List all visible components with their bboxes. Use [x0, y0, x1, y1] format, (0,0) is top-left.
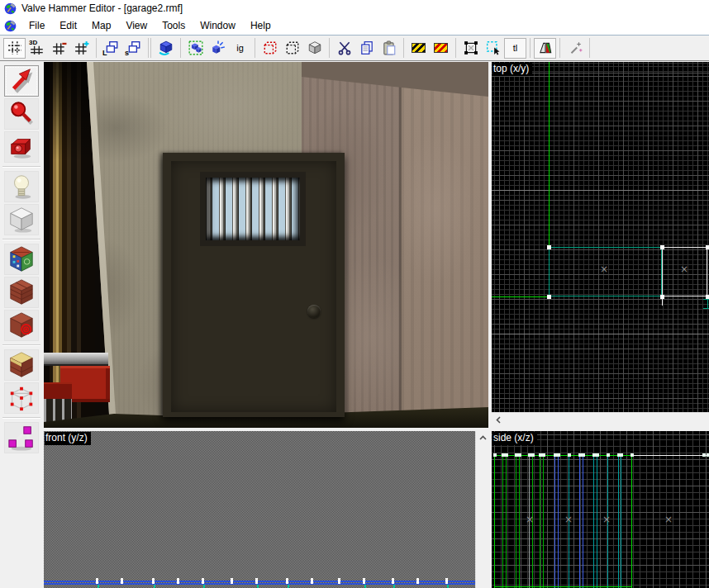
selection-handle: [531, 453, 535, 457]
brush-edge: [593, 455, 594, 588]
menu-edit[interactable]: Edit: [52, 17, 84, 34]
grid-icon: [7, 40, 22, 55]
door-frame: [163, 153, 345, 417]
texture-application-tool-button[interactable]: [4, 244, 39, 275]
show-all-button[interactable]: [303, 38, 326, 59]
brush-center-marker: ×: [664, 514, 673, 525]
right-wall-far: [401, 62, 488, 428]
toggle-grid-button[interactable]: [3, 38, 26, 59]
apply-texture-tool-button[interactable]: [4, 277, 39, 308]
toolbar-separator: [559, 38, 560, 58]
metal-beam: [44, 353, 108, 366]
axis-line: [492, 296, 549, 297]
major-gridline: [492, 190, 709, 191]
selection-handle: [416, 578, 419, 584]
vertex-tick: [257, 585, 259, 588]
copy-button[interactable]: [355, 38, 378, 59]
chevron-up-icon[interactable]: [477, 431, 490, 444]
cordon-edit-button[interactable]: [430, 38, 452, 59]
cordon-toggle-button[interactable]: [407, 38, 430, 59]
ignore-groups-button[interactable]: ig: [229, 38, 251, 59]
selection-handle: [255, 578, 258, 584]
magnifier-icon: [7, 100, 36, 128]
selection-handle: [338, 578, 340, 584]
brush-edge: [516, 455, 516, 588]
menu-tools[interactable]: Tools: [155, 17, 193, 34]
brush-edge: [554, 455, 555, 588]
main-toolbar: 3D: [0, 35, 709, 61]
menu-file[interactable]: File: [21, 17, 52, 34]
top-viewport-overlay: ××: [492, 62, 709, 412]
brush-edge: [579, 455, 580, 588]
magnify-tool-button[interactable]: [4, 98, 39, 130]
selection-handle: [702, 453, 706, 457]
viewport-label: side (x/z): [492, 432, 537, 445]
toolbar-separator: [255, 38, 255, 58]
texture-lock-button[interactable]: tl: [504, 38, 526, 59]
front-2d-viewport[interactable]: front (y/z): [44, 431, 475, 588]
selection-handle: [96, 578, 98, 584]
clipping-tool-button[interactable]: [4, 349, 39, 381]
run-map-button[interactable]: [564, 38, 586, 59]
group-icon: [188, 40, 203, 55]
entity-tool-button[interactable]: [4, 171, 39, 202]
ungroup-button[interactable]: [207, 38, 229, 59]
selection-handle: [547, 245, 551, 249]
toolbar-separator: [455, 38, 456, 58]
camera-viewport[interactable]: [44, 62, 488, 428]
menu-map[interactable]: Map: [84, 17, 118, 34]
selection-handle: [445, 578, 448, 584]
hide-selected-button[interactable]: [259, 38, 281, 59]
auto-select-button[interactable]: [482, 38, 504, 59]
load-window-state-label: L: [102, 49, 107, 57]
front-viewport-overlay: [44, 431, 475, 588]
document-icon[interactable]: [4, 20, 17, 32]
selection-box-icon: [464, 40, 478, 55]
ignore-groups-label: ig: [236, 44, 244, 53]
copy-icon: [359, 40, 374, 55]
brush-edge: [502, 455, 503, 588]
path-tool-button[interactable]: [4, 422, 39, 453]
vertex-cube-icon: [7, 384, 36, 412]
front-viewport-vscrollbar[interactable]: [475, 431, 490, 588]
vertex-tick: [203, 585, 205, 588]
grid-plus-icon: [74, 40, 89, 55]
hide-selected-icon: [263, 40, 278, 55]
group-button[interactable]: [184, 38, 207, 59]
vertex-tool-button[interactable]: [4, 382, 39, 414]
camera-tool-button[interactable]: [4, 131, 39, 163]
menu-window[interactable]: Window: [193, 17, 243, 34]
load-window-state-button[interactable]: L: [100, 38, 122, 59]
side-2d-viewport[interactable]: side (x/z) ××××: [492, 431, 709, 588]
cordon-stripes-icon: [412, 43, 426, 53]
block-tool-button[interactable]: [4, 204, 39, 235]
carve-button[interactable]: [155, 38, 177, 59]
larger-grid-button[interactable]: [70, 38, 93, 59]
menu-view[interactable]: View: [118, 17, 155, 34]
menu-help[interactable]: Help: [243, 17, 278, 34]
brush-edge: [506, 455, 507, 588]
brush-edge: [519, 455, 520, 588]
select-handles-button[interactable]: [459, 38, 482, 59]
selection-handle: [660, 245, 664, 249]
selection-tool-button[interactable]: [4, 65, 39, 97]
top-2d-viewport[interactable]: top (x/y) ××: [492, 62, 709, 412]
hide-unselected-button[interactable]: [281, 38, 303, 59]
save-window-state-button[interactable]: s: [122, 38, 145, 59]
viewport-label: top (x/y): [492, 63, 532, 76]
vertex-tick: [364, 585, 366, 588]
vertex-tick: [154, 585, 155, 588]
selection-handle: [505, 453, 508, 457]
selection-handle: [177, 578, 179, 584]
smaller-grid-button[interactable]: [48, 38, 70, 59]
flip-toggle-button[interactable]: [534, 38, 556, 59]
window-bars: [206, 178, 300, 240]
apply-decals-tool-button[interactable]: [4, 310, 39, 341]
chevron-left-icon[interactable]: [492, 414, 505, 427]
toggle-3d-grid-button[interactable]: 3D: [26, 38, 48, 59]
top-viewport-hscrollbar[interactable]: [492, 412, 709, 427]
paste-button[interactable]: [378, 38, 400, 59]
cut-button[interactable]: [333, 38, 355, 59]
side-viewport-overlay: ××××: [492, 431, 709, 588]
toolbar-separator: [589, 38, 590, 58]
